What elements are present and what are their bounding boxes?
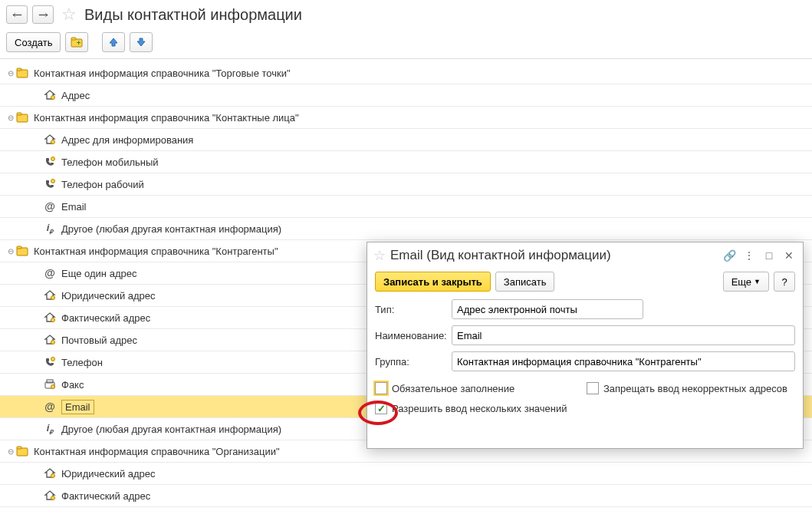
tree-label: Факс [61,379,84,391]
svg-point-5 [51,96,55,100]
name-label: Наименование: [375,330,452,341]
required-checkbox[interactable] [375,382,387,394]
expand-toggle[interactable]: ⊖ [6,69,15,77]
prohibit-checkbox[interactable] [587,382,599,394]
dialog-title: Email (Вид контактной информации) [390,248,717,263]
svg-point-14 [51,318,55,322]
group-field[interactable] [452,351,795,371]
arrow-up-icon [108,37,119,48]
expand-toggle[interactable]: ⊖ [6,447,15,456]
save-button[interactable]: Записать [495,272,555,292]
tree-label: Контактная информация справочника "Орган… [34,446,280,457]
move-up-button[interactable] [102,32,125,52]
tree-label: Фактический адрес [61,312,150,324]
arrow-right-icon: 🡒 [38,9,48,21]
type-label: Тип: [375,304,452,315]
tree-item[interactable]: Телефон мобильный [0,151,812,173]
info-icon: i₽ [43,423,57,435]
svg-rect-21 [17,447,21,449]
svg-rect-7 [17,113,21,115]
more-button[interactable]: Еще ▼ [723,272,769,292]
svg-point-22 [51,474,55,478]
nav-forward-button[interactable]: 🡒 [32,5,54,24]
tree-label: Контактная информация справочника "Контр… [34,246,278,257]
tree-item[interactable]: Телефон рабочий [0,173,812,196]
svg-rect-4 [17,68,21,71]
svg-point-16 [51,358,55,361]
tree-label: Почтовый адрес [61,335,137,346]
tree-label: Email [61,201,87,213]
home-icon [43,467,57,480]
star-icon[interactable]: ☆ [61,5,77,25]
create-button[interactable]: Создать [6,32,61,52]
home-icon [43,289,57,302]
more-icon[interactable]: ⋮ [741,249,757,262]
page-title: Виды контактной информации [84,6,302,24]
phone-icon [43,156,57,168]
prohibit-label: Запрещать ввод некорректных адресов [603,383,787,394]
star-icon[interactable]: ☆ [373,247,386,264]
folder-icon [15,245,29,257]
home-icon [43,334,57,346]
tree-item[interactable]: Фактический адрес [0,485,812,507]
group-label: Группа: [375,356,452,368]
svg-point-23 [51,496,55,500]
tree-item[interactable]: i₽Другое (любая другая контактная информ… [0,218,812,240]
maximize-icon[interactable]: □ [761,249,777,262]
home-icon [43,89,57,101]
multi-label: Разрешить ввод нескольких значений [392,403,567,414]
nav-back-button[interactable]: 🡐 [6,5,28,24]
home-icon [43,312,57,324]
name-field[interactable] [452,325,795,345]
tree-item[interactable]: @Email [0,196,812,218]
save-close-button[interactable]: Записать и закрыть [375,272,491,292]
home-icon [43,490,57,502]
link-icon[interactable]: 🔗 [722,249,737,262]
tree-item[interactable]: Адрес [0,84,812,107]
expand-toggle[interactable]: ⊖ [6,247,15,256]
arrow-down-icon [136,37,146,48]
at-icon: @ [43,200,57,213]
svg-rect-12 [17,246,21,249]
info-icon: i₽ [43,223,57,235]
tree-label: Юридический адрес [61,290,156,302]
expand-toggle[interactable]: ⊖ [6,114,15,122]
required-label: Обязательное заполнение [392,383,514,394]
tree-label: Телефон мобильный [61,157,159,168]
phone-icon [43,178,57,190]
folder-icon [15,67,29,79]
svg-point-10 [51,180,55,183]
fax-icon [43,378,57,391]
tree-label: Контактная информация справочника "Торго… [34,68,291,79]
tree-group[interactable]: ⊖Контактная информация справочника "Конт… [0,107,812,129]
folder-icon [15,111,29,124]
tree-label: Другое (любая другая контактная информац… [61,424,281,435]
arrow-left-icon: 🡐 [12,9,22,21]
close-icon[interactable]: ✕ [781,249,797,262]
tree-label: Адрес для информирования [61,134,193,146]
at-icon: @ [43,267,57,279]
tree-group[interactable]: ⊖Контактная информация справочника "Торг… [0,62,812,84]
svg-point-13 [51,296,55,300]
move-down-button[interactable] [130,32,153,52]
tree-label: Телефон [61,357,103,368]
tree-label: Адрес [61,90,90,101]
at-icon: @ [43,401,57,413]
folder-plus-icon: + [71,37,83,48]
folder-icon [15,445,29,457]
home-icon [43,134,57,146]
tree-item[interactable]: Юридический адрес [0,463,812,485]
create-folder-button[interactable]: + [65,32,88,52]
multi-checkbox[interactable] [375,402,387,414]
tree-item[interactable]: Адрес для информирования [0,129,812,151]
type-field[interactable] [452,299,643,319]
svg-point-19 [51,385,55,389]
help-button[interactable]: ? [774,272,795,292]
tree-label: Юридический адрес [61,468,156,480]
svg-text:+: + [77,39,81,47]
tree-label: Email [61,400,94,414]
svg-rect-1 [71,38,76,40]
svg-point-8 [51,140,55,144]
tree-label: Еще один адрес [61,268,136,279]
chevron-down-icon: ▼ [754,278,761,285]
